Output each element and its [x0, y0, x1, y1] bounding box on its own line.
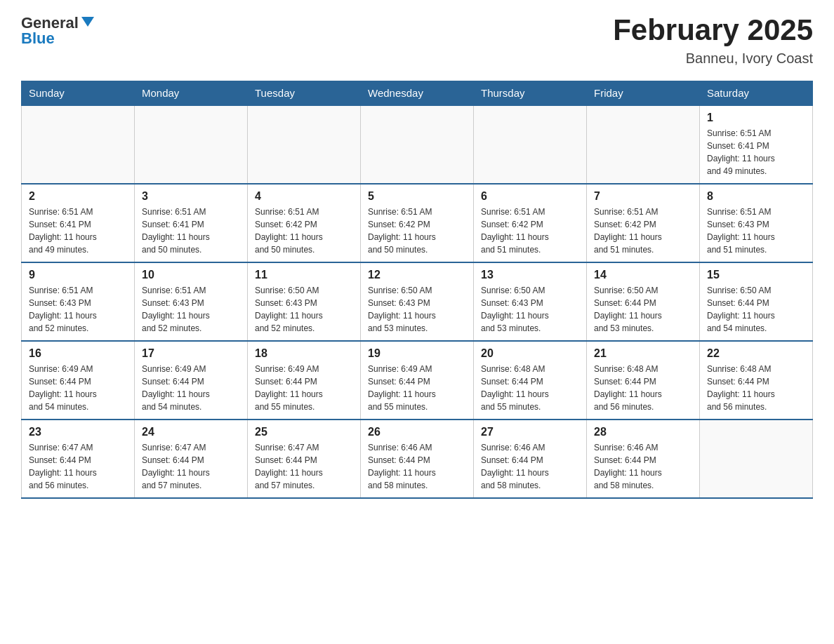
table-cell: 17Sunrise: 6:49 AM Sunset: 6:44 PM Dayli… — [135, 341, 248, 420]
header-tuesday: Tuesday — [248, 81, 361, 106]
day-number: 3 — [142, 190, 240, 203]
table-cell: 15Sunrise: 6:50 AM Sunset: 6:44 PM Dayli… — [700, 262, 813, 341]
table-cell: 2Sunrise: 6:51 AM Sunset: 6:41 PM Daylig… — [22, 184, 135, 262]
day-number: 23 — [29, 426, 127, 438]
title-block: February 2025 Banneu, Ivory Coast — [613, 14, 813, 67]
table-cell: 24Sunrise: 6:47 AM Sunset: 6:44 PM Dayli… — [135, 420, 248, 498]
table-cell: 14Sunrise: 6:50 AM Sunset: 6:44 PM Dayli… — [587, 262, 700, 341]
day-number: 27 — [481, 426, 579, 438]
location: Banneu, Ivory Coast — [613, 51, 813, 67]
day-number: 16 — [29, 347, 127, 360]
header-saturday: Saturday — [700, 81, 813, 106]
day-info: Sunrise: 6:51 AM Sunset: 6:42 PM Dayligh… — [594, 206, 692, 256]
week-row-4: 16Sunrise: 6:49 AM Sunset: 6:44 PM Dayli… — [22, 341, 813, 420]
day-number: 10 — [142, 269, 240, 281]
table-cell: 18Sunrise: 6:49 AM Sunset: 6:44 PM Dayli… — [248, 341, 361, 420]
header-thursday: Thursday — [474, 81, 587, 106]
day-number: 11 — [255, 269, 353, 281]
day-info: Sunrise: 6:49 AM Sunset: 6:44 PM Dayligh… — [142, 363, 240, 413]
day-info: Sunrise: 6:49 AM Sunset: 6:44 PM Dayligh… — [255, 363, 353, 413]
day-number: 14 — [594, 269, 692, 281]
month-title: February 2025 — [613, 14, 813, 46]
table-cell: 1Sunrise: 6:51 AM Sunset: 6:41 PM Daylig… — [700, 105, 813, 184]
table-cell: 28Sunrise: 6:46 AM Sunset: 6:44 PM Dayli… — [587, 420, 700, 498]
day-info: Sunrise: 6:51 AM Sunset: 6:42 PM Dayligh… — [481, 206, 579, 256]
day-number: 20 — [481, 347, 579, 360]
day-info: Sunrise: 6:51 AM Sunset: 6:43 PM Dayligh… — [707, 206, 805, 256]
day-number: 22 — [707, 347, 805, 360]
table-cell: 6Sunrise: 6:51 AM Sunset: 6:42 PM Daylig… — [474, 184, 587, 262]
day-info: Sunrise: 6:47 AM Sunset: 6:44 PM Dayligh… — [255, 441, 353, 492]
week-row-3: 9Sunrise: 6:51 AM Sunset: 6:43 PM Daylig… — [22, 262, 813, 341]
day-info: Sunrise: 6:50 AM Sunset: 6:44 PM Dayligh… — [594, 284, 692, 335]
day-number: 19 — [368, 347, 466, 360]
day-info: Sunrise: 6:51 AM Sunset: 6:43 PM Dayligh… — [142, 284, 240, 335]
table-cell — [248, 105, 361, 184]
calendar-header-row: SundayMondayTuesdayWednesdayThursdayFrid… — [22, 81, 813, 106]
table-cell: 26Sunrise: 6:46 AM Sunset: 6:44 PM Dayli… — [361, 420, 474, 498]
day-info: Sunrise: 6:46 AM Sunset: 6:44 PM Dayligh… — [368, 441, 466, 492]
header-sunday: Sunday — [22, 81, 135, 106]
week-row-5: 23Sunrise: 6:47 AM Sunset: 6:44 PM Dayli… — [22, 420, 813, 498]
day-number: 6 — [481, 190, 579, 203]
day-number: 26 — [368, 426, 466, 438]
day-info: Sunrise: 6:47 AM Sunset: 6:44 PM Dayligh… — [29, 441, 127, 492]
day-number: 18 — [255, 347, 353, 360]
table-cell: 22Sunrise: 6:48 AM Sunset: 6:44 PM Dayli… — [700, 341, 813, 420]
table-cell: 8Sunrise: 6:51 AM Sunset: 6:43 PM Daylig… — [700, 184, 813, 262]
day-info: Sunrise: 6:50 AM Sunset: 6:44 PM Dayligh… — [707, 284, 805, 335]
day-info: Sunrise: 6:47 AM Sunset: 6:44 PM Dayligh… — [142, 441, 240, 492]
table-cell — [135, 105, 248, 184]
day-info: Sunrise: 6:46 AM Sunset: 6:44 PM Dayligh… — [594, 441, 692, 492]
day-number: 12 — [368, 269, 466, 281]
logo: General Blue — [21, 14, 94, 48]
day-info: Sunrise: 6:49 AM Sunset: 6:44 PM Dayligh… — [368, 363, 466, 413]
table-cell — [474, 105, 587, 184]
logo-triangle-icon — [81, 17, 94, 29]
table-cell — [361, 105, 474, 184]
table-cell: 3Sunrise: 6:51 AM Sunset: 6:41 PM Daylig… — [135, 184, 248, 262]
day-number: 2 — [29, 190, 127, 203]
day-number: 28 — [594, 426, 692, 438]
day-info: Sunrise: 6:51 AM Sunset: 6:43 PM Dayligh… — [29, 284, 127, 335]
day-number: 17 — [142, 347, 240, 360]
table-cell — [587, 105, 700, 184]
table-cell: 4Sunrise: 6:51 AM Sunset: 6:42 PM Daylig… — [248, 184, 361, 262]
table-cell: 10Sunrise: 6:51 AM Sunset: 6:43 PM Dayli… — [135, 262, 248, 341]
svg-marker-0 — [81, 17, 94, 27]
table-cell: 12Sunrise: 6:50 AM Sunset: 6:43 PM Dayli… — [361, 262, 474, 341]
day-info: Sunrise: 6:51 AM Sunset: 6:41 PM Dayligh… — [707, 127, 805, 177]
header-monday: Monday — [135, 81, 248, 106]
day-info: Sunrise: 6:50 AM Sunset: 6:43 PM Dayligh… — [255, 284, 353, 335]
day-number: 4 — [255, 190, 353, 203]
day-info: Sunrise: 6:51 AM Sunset: 6:41 PM Dayligh… — [142, 206, 240, 256]
week-row-2: 2Sunrise: 6:51 AM Sunset: 6:41 PM Daylig… — [22, 184, 813, 262]
table-cell: 7Sunrise: 6:51 AM Sunset: 6:42 PM Daylig… — [587, 184, 700, 262]
page-header: General Blue February 2025 Banneu, Ivory… — [21, 14, 813, 67]
day-info: Sunrise: 6:46 AM Sunset: 6:44 PM Dayligh… — [481, 441, 579, 492]
table-cell: 5Sunrise: 6:51 AM Sunset: 6:42 PM Daylig… — [361, 184, 474, 262]
header-friday: Friday — [587, 81, 700, 106]
table-cell: 9Sunrise: 6:51 AM Sunset: 6:43 PM Daylig… — [22, 262, 135, 341]
table-cell: 25Sunrise: 6:47 AM Sunset: 6:44 PM Dayli… — [248, 420, 361, 498]
day-info: Sunrise: 6:51 AM Sunset: 6:42 PM Dayligh… — [255, 206, 353, 256]
week-row-1: 1Sunrise: 6:51 AM Sunset: 6:41 PM Daylig… — [22, 105, 813, 184]
calendar-table: SundayMondayTuesdayWednesdayThursdayFrid… — [21, 81, 813, 499]
table-cell: 13Sunrise: 6:50 AM Sunset: 6:43 PM Dayli… — [474, 262, 587, 341]
day-number: 1 — [707, 112, 805, 124]
table-cell — [22, 105, 135, 184]
table-cell: 20Sunrise: 6:48 AM Sunset: 6:44 PM Dayli… — [474, 341, 587, 420]
day-info: Sunrise: 6:48 AM Sunset: 6:44 PM Dayligh… — [707, 363, 805, 413]
table-cell: 27Sunrise: 6:46 AM Sunset: 6:44 PM Dayli… — [474, 420, 587, 498]
day-number: 8 — [707, 190, 805, 203]
day-info: Sunrise: 6:50 AM Sunset: 6:43 PM Dayligh… — [368, 284, 466, 335]
day-number: 13 — [481, 269, 579, 281]
day-number: 15 — [707, 269, 805, 281]
table-cell — [700, 420, 813, 498]
day-number: 9 — [29, 269, 127, 281]
day-info: Sunrise: 6:51 AM Sunset: 6:41 PM Dayligh… — [29, 206, 127, 256]
day-number: 25 — [255, 426, 353, 438]
logo-blue-text: Blue — [21, 29, 55, 48]
day-number: 7 — [594, 190, 692, 203]
day-number: 24 — [142, 426, 240, 438]
